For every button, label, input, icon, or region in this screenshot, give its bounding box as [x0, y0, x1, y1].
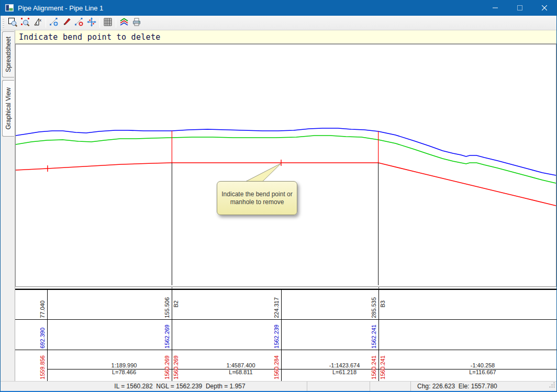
view-tabstrip: Spreadsheet Graphical View — [1, 30, 15, 381]
svg-text:x: x — [39, 18, 41, 23]
segment-gradient-label: -1:1423.674L=61.218 — [297, 362, 392, 376]
chainage-line — [378, 287, 379, 288]
station-ngl: 1562.269 — [164, 324, 171, 349]
add-bend-point-icon — [49, 17, 59, 29]
delete-bend-point-button[interactable] — [73, 17, 85, 29]
station-chainage: 285.535 — [371, 297, 377, 318]
prompt-text: Indicate bend point to delete — [19, 32, 161, 42]
profile-graph-area[interactable]: Indicate the bend point or manhole to re… — [15, 44, 556, 287]
band-chainage-line — [172, 290, 172, 381]
status-panel-empty — [370, 382, 410, 391]
station-ngl: 1562.239 — [273, 324, 280, 349]
pipe-top-profile — [16, 128, 556, 175]
station-ngl: 692.390 — [39, 328, 46, 349]
band-row-border — [15, 319, 556, 320]
window-title: Pipe Alignment - Pipe Line 1 — [18, 4, 103, 12]
segment-gradient-label: 1:4587.400L=68.811 — [194, 362, 288, 376]
app-icon — [5, 4, 14, 12]
prompt-bar: Indicate bend point to delete — [15, 30, 556, 44]
edit-bend-point-button[interactable] — [60, 17, 73, 29]
profile-plot — [16, 44, 556, 286]
edit-bend-point-icon — [61, 17, 72, 29]
tab-graphical-view-label: Graphical View — [5, 87, 12, 129]
tooltip-line2: manhole to remove — [230, 198, 284, 206]
segment-gradient-label: -1:40.258L=116.667 — [436, 362, 530, 376]
print-icon — [131, 17, 142, 29]
zoom-selection-icon — [20, 17, 30, 29]
minimize-button[interactable] — [483, 0, 507, 16]
band-row-border — [15, 350, 556, 350]
status-panel-empty — [307, 382, 370, 391]
status-position-text: Chg: 226.623 Ele: 1557.780 — [417, 383, 497, 390]
status-panel-levels: IL = 1560.282 NGL = 1562.239 Depth = 1.9… — [1, 382, 307, 391]
toolbar-separator — [116, 18, 116, 28]
grid-button[interactable] — [102, 17, 114, 29]
station-chainage: 224.317 — [273, 297, 280, 318]
zoom-window-button[interactable] — [6, 17, 19, 29]
grid-icon — [103, 17, 113, 29]
station-name: B2 — [173, 300, 180, 307]
toolbar-separator — [99, 18, 100, 28]
chainage-line — [172, 287, 172, 288]
zoom-window-icon — [7, 17, 18, 29]
vertical-scale-icon: x1 — [32, 17, 43, 29]
station-chainage: 155.506 — [164, 297, 171, 318]
tooltip-line1: Indicate the bend point or — [221, 191, 292, 198]
delete-bend-point-icon — [74, 17, 84, 29]
move-bend-point-button[interactable] — [85, 17, 98, 29]
toolbar: x1 — [1, 16, 556, 30]
resize-grip[interactable] — [549, 382, 555, 390]
close-button[interactable] — [532, 0, 556, 16]
profiles-icon — [119, 17, 129, 29]
zoom-selection-button[interactable] — [19, 17, 31, 29]
move-bend-point-icon — [86, 17, 97, 29]
annotation-band: 77.040692.3901559.856155.506B21562.26915… — [15, 289, 556, 381]
band-chainage-line — [47, 290, 48, 381]
add-bend-point-button[interactable] — [48, 17, 60, 29]
station-invert-level: 1560.269 — [173, 355, 180, 379]
status-panel-position: Chg: 226.623 Ele: 1557.780 — [410, 382, 556, 391]
print-button[interactable] — [130, 17, 143, 29]
tab-graphical-view[interactable]: Graphical View — [2, 80, 14, 137]
station-invert-level: 1559.856 — [39, 355, 46, 379]
tab-spreadsheet-label: Spreadsheet — [5, 37, 12, 72]
maximize-button[interactable] — [507, 0, 532, 16]
vertical-scale-button[interactable]: x1 — [31, 17, 44, 29]
station-name: B3 — [380, 300, 386, 307]
cursor-tooltip: Indicate the bend point or manhole to re… — [217, 181, 297, 215]
toolbar-separator — [46, 18, 46, 28]
station-chainage: 77.040 — [39, 300, 46, 318]
title-bar[interactable]: Pipe Alignment - Pipe Line 1 — [1, 0, 556, 16]
natural-ground-profile — [16, 136, 556, 183]
app-window: Pipe Alignment - Pipe Line 1 x1 Spreadsh… — [0, 0, 557, 392]
profiles-button[interactable] — [118, 17, 130, 29]
status-levels-text: IL = 1560.282 NGL = 1562.239 Depth = 1.9… — [114, 383, 245, 390]
tab-spreadsheet[interactable]: Spreadsheet — [2, 31, 14, 77]
station-ngl: 1562.241 — [371, 324, 377, 349]
segment-gradient-label: 1:189.990L=78.466 — [77, 362, 171, 376]
toolbar-grip[interactable] — [2, 18, 5, 28]
status-bar: IL = 1560.282 NGL = 1562.239 Depth = 1.9… — [1, 381, 556, 391]
